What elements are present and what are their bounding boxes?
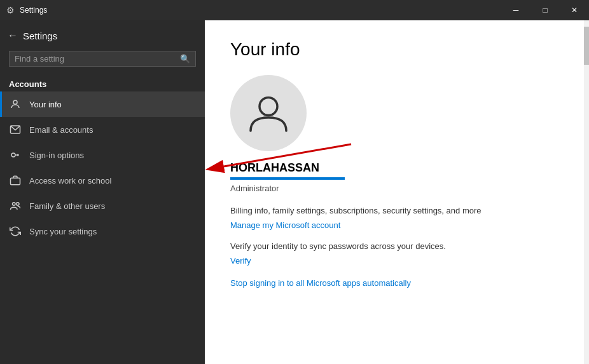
sidebar-label-your-info: Your info	[29, 100, 62, 109]
svg-rect-3	[11, 178, 20, 185]
stop-signing-link[interactable]: Stop signing in to all Microsoft apps au…	[230, 278, 411, 288]
username: HORLAHASSAN	[230, 161, 558, 175]
svg-point-4	[13, 203, 16, 206]
avatar	[230, 75, 307, 151]
progress-bar	[230, 177, 345, 180]
billing-text: Billing info, family settings, subscript…	[230, 206, 558, 215]
svg-point-2	[11, 153, 15, 157]
email-icon	[9, 123, 22, 136]
svg-point-6	[260, 98, 277, 116]
main-window: ← Settings 🔍 Accounts Your info	[0, 20, 589, 364]
titlebar-title: Settings	[20, 6, 47, 15]
sidebar-item-email-accounts[interactable]: Email & accounts	[0, 117, 205, 142]
briefcase-icon	[9, 174, 22, 187]
people-icon	[9, 199, 22, 212]
sidebar-label-sync: Sync your settings	[29, 227, 97, 236]
sidebar-item-sign-in-options[interactable]: Sign-in options	[0, 142, 205, 168]
sidebar-topbar: ← Settings	[0, 20, 205, 51]
scrollbar-thumb[interactable]	[584, 27, 589, 65]
sidebar-app-title: Settings	[23, 30, 57, 41]
sidebar-label-family: Family & other users	[29, 201, 105, 211]
sync-icon	[9, 225, 22, 238]
search-icon: 🔍	[180, 54, 190, 64]
search-box[interactable]: 🔍	[9, 51, 196, 67]
sidebar-label-signin: Sign-in options	[29, 151, 84, 160]
verify-link[interactable]: Verify	[230, 256, 251, 266]
app-icon: ⚙	[6, 5, 15, 15]
person-icon	[9, 98, 22, 111]
svg-point-5	[17, 203, 20, 206]
sidebar-item-family-users[interactable]: Family & other users	[0, 193, 205, 219]
page-title: Your info	[230, 39, 558, 60]
sidebar-label-email: Email & accounts	[29, 125, 93, 135]
sidebar-item-access-work[interactable]: Access work or school	[0, 168, 205, 193]
maximize-button[interactable]: □	[530, 0, 560, 20]
role-label: Administrator	[230, 184, 558, 193]
close-button[interactable]: ✕	[560, 0, 589, 20]
sidebar-item-your-info[interactable]: Your info	[0, 91, 205, 117]
sidebar-label-access: Access work or school	[29, 176, 111, 185]
content-area: Your info HORLAHASSAN Administrator Bill…	[205, 20, 584, 364]
svg-point-0	[13, 100, 17, 104]
scrollbar-track[interactable]	[584, 20, 589, 364]
window-controls: ─ □ ✕	[501, 0, 589, 20]
titlebar-left: ⚙ Settings	[6, 5, 47, 15]
key-icon	[9, 149, 22, 161]
section-label: Accounts	[0, 74, 205, 91]
back-button[interactable]: ←	[8, 30, 18, 41]
title-bar: ⚙ Settings ─ □ ✕	[0, 0, 589, 20]
sidebar-item-sync[interactable]: Sync your settings	[0, 219, 205, 244]
verify-text: Verify your identity to sync passwords a…	[230, 241, 558, 251]
minimize-button[interactable]: ─	[501, 0, 530, 20]
search-input[interactable]	[15, 54, 176, 64]
sidebar: ← Settings 🔍 Accounts Your info	[0, 20, 205, 364]
manage-account-link[interactable]: Manage my Microsoft account	[230, 220, 340, 230]
